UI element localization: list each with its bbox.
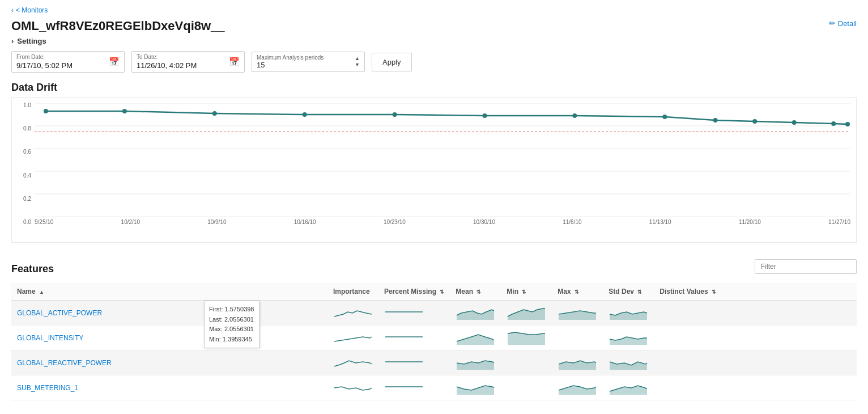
mean-sparkline-gap	[450, 301, 501, 326]
max-analysis-label: Maximum Analysis periods	[257, 54, 350, 61]
svg-marker-32	[610, 386, 647, 395]
svg-point-8	[122, 109, 127, 113]
sparkline-max-sm1	[558, 379, 597, 395]
table-row: GLOBAL_ACTIVE_POWER	[11, 301, 857, 326]
calendar-icon-from[interactable]: 📅	[109, 57, 120, 67]
svg-point-12	[483, 113, 487, 118]
sort-name-icon: ▲	[39, 289, 44, 295]
sparkline-importance-gap	[333, 304, 373, 320]
mean-sparkline-gi	[450, 326, 501, 350]
svg-point-10	[303, 112, 307, 117]
max-sparkline-gi	[552, 326, 603, 350]
sparkline-missing-gap	[384, 304, 424, 320]
x-label-10-30: 10/30/10	[473, 219, 495, 225]
col-importance[interactable]: Importance	[327, 283, 378, 301]
feature-name-gap[interactable]: GLOBAL_ACTIVE_POWER	[17, 309, 102, 317]
back-nav[interactable]: ‹ < Monitors	[11, 6, 48, 14]
from-date-value: 9/17/10, 5:02 PM	[16, 61, 120, 70]
data-drift-title: Data Drift	[11, 82, 857, 94]
sparkline-importance-sm1	[333, 379, 373, 395]
calendar-icon-to[interactable]: 📅	[229, 57, 240, 67]
svg-point-9	[212, 111, 217, 116]
x-label-11-6: 11/6/10	[563, 219, 581, 225]
svg-marker-23	[610, 312, 647, 320]
sparkline-missing-gi	[384, 329, 424, 345]
sparkline-std-sm1	[609, 379, 648, 395]
importance-sparkline-sm1	[327, 375, 378, 400]
x-axis: 9/25/10 10/2/10 10/9/10 10/16/10 10/23/1…	[35, 217, 850, 225]
col-distinct-values[interactable]: Distinct Values ⇅	[654, 283, 857, 301]
y-label-1.0: 1.0	[23, 102, 31, 108]
detail-button[interactable]: ✏ Detail	[829, 19, 857, 28]
svg-point-15	[713, 118, 718, 122]
col-std-dev[interactable]: Std Dev ⇅	[603, 283, 654, 301]
max-sparkline-grp	[552, 350, 603, 375]
svg-point-18	[831, 121, 836, 126]
max-analysis-arrows[interactable]: ▲ ▼	[355, 56, 360, 68]
max-analysis-value: 15	[257, 61, 265, 69]
percent-missing-sparkline-gi	[378, 326, 450, 350]
x-label-11-27: 11/27/10	[828, 219, 850, 225]
sparkline-std-gi	[609, 329, 648, 345]
sort-mean-icon: ⇅	[476, 289, 481, 295]
to-date-value: 11/26/10, 4:02 PM	[137, 61, 240, 70]
svg-point-13	[572, 113, 577, 118]
y-axis: 1.0 0.8 0.6 0.4 0.2 0.0	[12, 98, 33, 225]
sparkline-max-grp	[558, 354, 597, 370]
apply-button[interactable]: Apply	[372, 53, 412, 71]
min-sparkline-gi	[501, 326, 552, 350]
data-drift-section: Data Drift 1.0 0.8 0.6 0.4 0.2 0.0	[11, 82, 857, 243]
col-max[interactable]: Max ⇅	[552, 283, 603, 301]
distinct-sm1	[654, 375, 857, 400]
sparkline-importance-gi	[333, 329, 373, 345]
edit-icon: ✏	[829, 19, 836, 28]
table-row: GLOBAL_INTENSITY	[11, 326, 857, 350]
to-date-field[interactable]: To Date: 11/26/10, 4:02 PM 📅	[131, 51, 245, 73]
sparkline-std-gap	[609, 304, 648, 320]
svg-marker-24	[457, 335, 494, 345]
feature-name-sm1[interactable]: SUB_METERING_1	[17, 384, 78, 392]
sparkline-std-grp	[609, 354, 648, 370]
x-label-9-25: 9/25/10	[35, 219, 53, 225]
max-sparkline-sm1	[552, 375, 603, 400]
y-label-0.0: 0.0	[23, 219, 31, 225]
distinct-gi	[654, 326, 857, 350]
x-label-11-13: 11/13/10	[649, 219, 671, 225]
col-name[interactable]: Name ▲	[11, 283, 327, 301]
distinct-grp	[654, 350, 857, 375]
sparkline-missing-sm1	[384, 379, 424, 395]
features-section: Features First: 1.5750398 Last: 2.055630…	[11, 254, 857, 400]
min-sparkline-gap	[501, 301, 552, 326]
from-date-field[interactable]: From Date: 9/17/10, 5:02 PM 📅	[11, 51, 125, 73]
x-label-10-2: 10/2/10	[121, 219, 140, 225]
y-label-0.6: 0.6	[23, 149, 31, 155]
arrow-down-icon[interactable]: ▼	[355, 62, 360, 68]
settings-toggle[interactable]: › Settings	[11, 37, 857, 45]
max-analysis-field[interactable]: Maximum Analysis periods 15 ▲ ▼	[252, 52, 365, 72]
to-date-label: To Date:	[137, 54, 240, 60]
importance-sparkline-gi	[327, 326, 378, 350]
distinct-gap	[654, 301, 857, 326]
percent-missing-sparkline-sm1	[378, 375, 450, 400]
sparkline-mean-gi	[456, 329, 495, 345]
col-percent-missing[interactable]: Percent Missing ⇅	[378, 283, 450, 301]
tooltip-max: Max: 2.0556301	[209, 324, 254, 335]
controls-row: From Date: 9/17/10, 5:02 PM 📅 To Date: 1…	[11, 51, 857, 73]
col-mean[interactable]: Mean ⇅	[450, 283, 501, 301]
filter-input[interactable]	[755, 259, 857, 274]
chart-area	[35, 103, 850, 217]
max-sparkline-gap	[552, 301, 603, 326]
feature-name-gi[interactable]: GLOBAL_INTENSITY	[17, 334, 83, 342]
settings-label: Settings	[17, 37, 46, 45]
importance-tooltip: First: 1.5750398 Last: 2.0556301 Max: 2.…	[204, 301, 259, 348]
svg-marker-27	[457, 361, 494, 370]
detail-label: Detail	[838, 19, 857, 28]
feature-name-grp[interactable]: GLOBAL_REACTIVE_POWER	[17, 359, 112, 367]
arrow-up-icon[interactable]: ▲	[355, 56, 360, 62]
svg-marker-29	[610, 362, 647, 370]
min-sparkline-grp	[501, 350, 552, 375]
features-header: Features	[11, 254, 857, 278]
sparkline-min-gap	[507, 304, 546, 320]
col-min[interactable]: Min ⇅	[501, 283, 552, 301]
sparkline-mean-grp	[456, 354, 495, 370]
